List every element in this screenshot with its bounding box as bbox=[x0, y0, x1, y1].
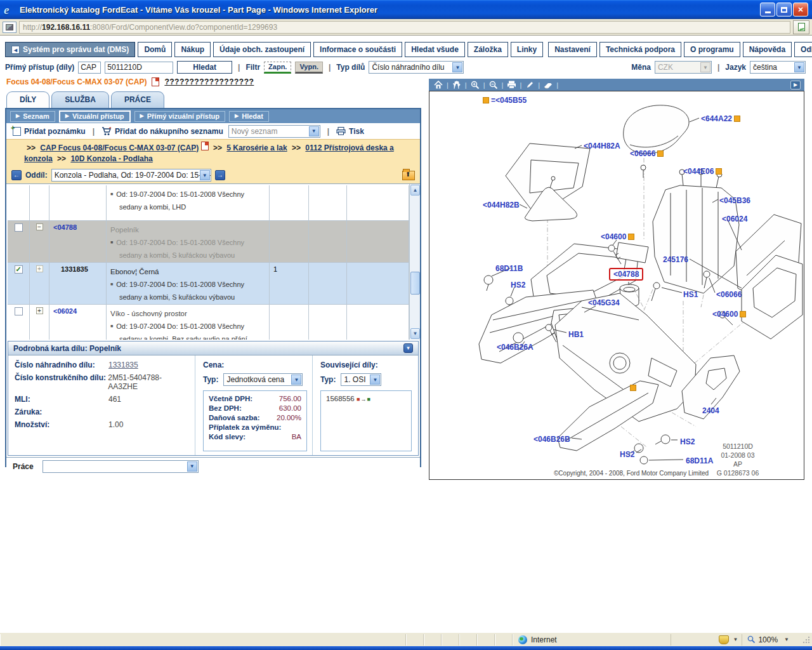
next-illustration-button[interactable]: ▶ bbox=[790, 81, 801, 90]
expand-expander[interactable]: + bbox=[36, 307, 43, 314]
diagram-part-label[interactable]: <046B26A bbox=[497, 343, 534, 352]
zoom-control[interactable]: 100% ▼ bbox=[742, 634, 798, 646]
tab-labor[interactable]: PRÁCE bbox=[111, 91, 164, 109]
go-button[interactable] bbox=[793, 20, 809, 34]
diagram-part-label[interactable]: <644A22 bbox=[701, 114, 740, 123]
parent-folder-icon[interactable] bbox=[402, 171, 415, 180]
diagram-part-label[interactable]: <04600 bbox=[601, 232, 634, 241]
breadcrumb-doc-icon[interactable] bbox=[201, 142, 209, 150]
diagram-part-label[interactable]: HS1 bbox=[683, 290, 698, 299]
pencil-icon[interactable] bbox=[524, 80, 535, 90]
subnav-list-button[interactable]: ▶Seznam bbox=[10, 111, 55, 122]
nav-links-button[interactable]: Linky bbox=[511, 42, 543, 57]
print-button[interactable]: Tisk bbox=[336, 127, 364, 136]
diagram-part-label[interactable]: 245176 bbox=[663, 255, 688, 264]
diagram-part-label[interactable]: HS2 bbox=[620, 450, 634, 459]
subnav-visual-button[interactable]: ▶Vizuální přístup bbox=[59, 110, 131, 123]
scroll-down-button[interactable]: ▼ bbox=[410, 328, 420, 339]
eraser-icon[interactable] bbox=[542, 80, 554, 90]
row-checkbox-checked[interactable]: ✓ bbox=[15, 265, 23, 274]
table-row[interactable]: − <04788 Popelník ■Od: 19-07-2004 Do: 15… bbox=[8, 221, 409, 263]
vehicle-doc-icon[interactable] bbox=[152, 77, 159, 86]
previous-section-button[interactable]: ← bbox=[11, 170, 22, 180]
nav-shop-button[interactable]: Nákup bbox=[174, 42, 211, 57]
diagram-part-label[interactable]: 68D11A bbox=[686, 456, 713, 465]
scrollbar-thumb[interactable] bbox=[410, 272, 420, 295]
print-diagram-icon[interactable] bbox=[506, 80, 517, 90]
section-select[interactable]: Konzola - Podlaha, Od: 19-07-2004 Do: 15… bbox=[51, 169, 211, 182]
cap-input[interactable] bbox=[78, 62, 101, 74]
diagram-part-label[interactable]: <046B26B bbox=[534, 435, 570, 444]
diagram-part-label[interactable]: <06066 bbox=[716, 290, 742, 299]
nav-settings-button[interactable]: Nastavení bbox=[548, 42, 597, 57]
language-select[interactable]: čeština ▼ bbox=[750, 61, 806, 74]
nav-search-all-button[interactable]: Hledat všude bbox=[405, 42, 465, 57]
diagram-part-label[interactable]: <044E06 bbox=[683, 167, 722, 176]
protected-mode-icon[interactable] bbox=[719, 635, 729, 644]
tab-parts[interactable]: DÍLY bbox=[6, 91, 49, 109]
expand-expander[interactable]: + bbox=[36, 265, 43, 272]
home-icon[interactable] bbox=[433, 80, 444, 90]
part-group-link[interactable]: <04788 bbox=[53, 223, 77, 231]
placeholder-link[interactable]: ?????????????????? bbox=[164, 77, 254, 86]
collapse-expander[interactable]: − bbox=[36, 223, 43, 230]
row-checkbox[interactable] bbox=[15, 223, 23, 232]
row-checkbox[interactable] bbox=[15, 307, 23, 315]
diagram-part-label[interactable]: <044H82B bbox=[483, 201, 520, 209]
scroll-up-button[interactable]: ▲ bbox=[410, 185, 420, 196]
diagram-part-label[interactable]: <06024 bbox=[722, 215, 747, 223]
minimize-button[interactable] bbox=[760, 3, 775, 17]
nav-help-button[interactable]: Nápověda bbox=[743, 42, 792, 57]
maximize-button[interactable] bbox=[776, 3, 792, 17]
table-row-selected[interactable]: ✓ + 1331835 Ebonov¦ Černá ■Od: 19-07-200… bbox=[8, 263, 409, 305]
diagram-part-label[interactable]: 2404 bbox=[702, 406, 719, 415]
zoom-out-icon[interactable] bbox=[488, 80, 499, 90]
url-field[interactable]: http://192.168.16.11:8080/Ford/Component… bbox=[19, 21, 790, 34]
nav-part-info-button[interactable]: Informace o součásti bbox=[313, 42, 402, 57]
diagram-part-label[interactable]: <045G34 bbox=[588, 298, 620, 307]
pan-hand-icon[interactable] bbox=[451, 80, 462, 90]
diagram-part-label[interactable]: =<045B55 bbox=[483, 96, 527, 105]
labor-select[interactable]: ▼ bbox=[43, 460, 199, 473]
breadcrumb-group-link[interactable]: 5 Karosérie a lak bbox=[226, 143, 287, 152]
diagram-part-label[interactable]: HB1 bbox=[568, 330, 584, 339]
price-type-select[interactable]: Jednotková cena ▼ bbox=[223, 373, 303, 386]
nav-support-button[interactable]: Technická podpora bbox=[599, 42, 681, 57]
nav-dealer-data-button[interactable]: Údaje obch. zastoupení bbox=[213, 42, 311, 57]
add-to-shopping-list-button[interactable]: Přidat do nákupního seznamu bbox=[102, 127, 223, 136]
diagram-part-label[interactable]: HS2 bbox=[680, 437, 695, 446]
chevron-down-icon[interactable]: ▼ bbox=[729, 637, 742, 642]
part-number-link[interactable]: 1331835 bbox=[108, 361, 138, 369]
diagram-part-label[interactable]: <04788 bbox=[609, 268, 643, 281]
collapse-card-button[interactable]: ▼ bbox=[403, 343, 413, 353]
breadcrumb-vehicle-link[interactable]: CAP Focus 04-08/Focus C-MAX 03-07 (CAP) bbox=[40, 143, 199, 152]
nav-logout-button[interactable]: Odhlášení bbox=[794, 42, 812, 57]
diagram-part-label[interactable]: HS2 bbox=[511, 281, 525, 289]
subnav-direct-visual-button[interactable]: ▶Přímý vizuální přístup bbox=[134, 111, 225, 122]
part-type-select[interactable]: Číslo náhradního dílu ▼ bbox=[369, 61, 464, 74]
related-part-link[interactable]: 1568556 bbox=[326, 395, 355, 402]
filter-off-button[interactable]: Vypn. bbox=[295, 62, 323, 74]
diagram-part-label[interactable]: 68D11B bbox=[495, 264, 523, 273]
nav-bookmark-button[interactable]: Záložka bbox=[468, 42, 508, 57]
tab-service[interactable]: SLUŽBA bbox=[51, 91, 109, 109]
nav-about-button[interactable]: O programu bbox=[684, 42, 740, 57]
table-row[interactable]: ■Od: 19-07-2004 Do: 15-01-2008 Všechny s… bbox=[8, 185, 409, 221]
diagram-part-label[interactable]: <045B36 bbox=[719, 196, 750, 205]
diagram-part-label[interactable] bbox=[630, 385, 636, 391]
filter-on-button[interactable]: Zapn. bbox=[264, 62, 291, 74]
nav-dms-button[interactable]: ◄ Systém pro správu dat (DMS) bbox=[5, 42, 135, 57]
part-code-input[interactable] bbox=[105, 62, 173, 74]
search-button[interactable]: Hledat bbox=[177, 61, 232, 74]
next-section-button[interactable]: → bbox=[215, 170, 225, 180]
nav-home-button[interactable]: Domů bbox=[138, 42, 172, 57]
zoom-in-icon[interactable] bbox=[469, 80, 481, 90]
diagram-part-label[interactable]: <044H82A bbox=[584, 142, 620, 150]
table-scrollbar[interactable]: ▲ ▼ bbox=[409, 184, 420, 340]
table-row[interactable]: + <06024 Víko - úschovný prostor ■Od: 19… bbox=[8, 305, 409, 340]
diagram-part-label[interactable]: <06066 bbox=[630, 149, 664, 158]
close-button[interactable]: ✕ bbox=[793, 3, 808, 17]
related-type-select[interactable]: 1. OSI ▼ bbox=[341, 373, 381, 386]
shopping-list-select[interactable]: Nový seznam ▼ bbox=[228, 125, 320, 138]
part-group-link[interactable]: <06024 bbox=[53, 307, 77, 315]
